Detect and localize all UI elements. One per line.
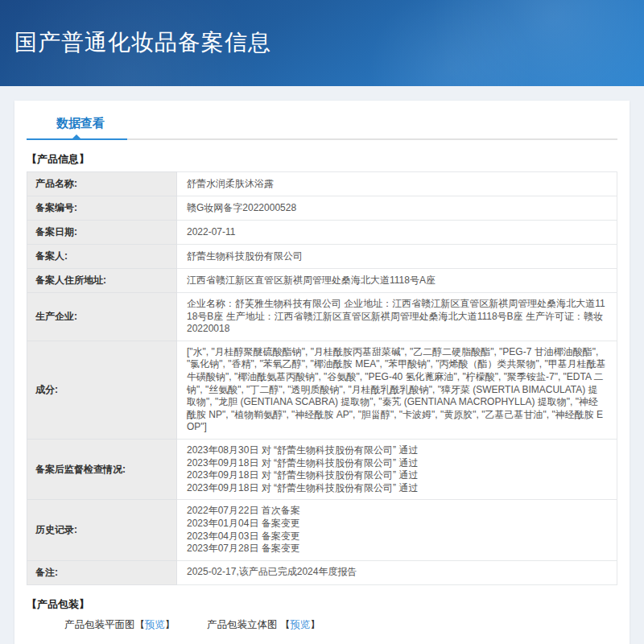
row-label: 产品名称:	[27, 172, 177, 196]
row-value: 舒蕾生物科技股份有限公司	[177, 245, 617, 269]
packaging-links-row: 产品包装平面图【预览】 产品包装立体图 【预览】	[64, 618, 617, 632]
tab-active-underline	[27, 138, 127, 140]
table-row: 备案人住所地址: 江西省赣江新区直管区新祺周管理处桑海北大道1118号A座	[27, 269, 617, 293]
table-row: 历史记录: 2022年07月22日 首次备案 2023年01月04日 备案变更 …	[27, 500, 617, 560]
row-label: 生产企业:	[27, 293, 177, 341]
row-label: 历史记录:	[27, 500, 177, 560]
row-value: 2022-07-11	[177, 221, 617, 245]
tab-bar: 数据查看	[14, 101, 630, 140]
product-info-table: 产品名称: 舒蕾水润柔肤沐浴露 备案编号: 赣G妆网备字2022000528 备…	[27, 171, 617, 585]
row-value: 2022年07月22日 首次备案 2023年01月04日 备案变更 2023年0…	[177, 500, 617, 560]
page: 国产普通化妆品备案信息 数据查看 【产品信息】 产品名称: 舒蕾水润柔肤沐浴露	[0, 0, 644, 644]
row-value: 2023年08月30日 对 “舒蕾生物科技股份有限公司” 通过 2023年09月…	[177, 439, 617, 499]
bracket-open: 【	[135, 619, 146, 630]
packaging-flat-label: 产品包装平面图	[64, 619, 135, 630]
row-value: 企业名称：舒芙雅生物科技有限公司 企业地址：江西省赣江新区直管区新祺周管理处桑海…	[177, 293, 617, 341]
packaging-stereo-label: 产品包装立体图	[207, 619, 278, 630]
table-row: 产品名称: 舒蕾水润柔肤沐浴露	[27, 172, 617, 196]
tab-underline	[27, 138, 617, 140]
table-row: 成分: ["水", "月桂醇聚醚硫酸酯钠", "月桂酰胺丙基甜菜碱", "乙二醇…	[27, 341, 617, 439]
packaging-stereo-item: 产品包装立体图 【预览】	[207, 619, 320, 630]
table-row: 备注: 2025-02-17,该产品已完成2024年度报告	[27, 560, 617, 584]
row-label: 成分:	[27, 341, 177, 439]
row-value: 2025-02-17,该产品已完成2024年度报告	[177, 560, 617, 584]
site-header: 国产普通化妆品备案信息	[0, 0, 644, 86]
row-label: 备注:	[27, 560, 177, 584]
table-row: 备案后监督检查情况: 2023年08月30日 对 “舒蕾生物科技股份有限公司” …	[27, 439, 617, 499]
packaging-flat-item: 产品包装平面图【预览】	[64, 619, 178, 630]
row-value: 赣G妆网备字2022000528	[177, 196, 617, 221]
row-value: 舒蕾水润柔肤沐浴露	[177, 172, 617, 196]
row-label: 备案后监督检查情况:	[27, 439, 177, 499]
row-value-ingredients: ["水", "月桂醇聚醚硫酸酯钠", "月桂酰胺丙基甜菜碱", "乙二醇二硬脂酸…	[177, 341, 617, 439]
row-label: 备案人:	[27, 245, 177, 269]
tab-data-view[interactable]: 数据查看	[56, 116, 105, 138]
table-row: 备案日期: 2022-07-11	[27, 221, 617, 245]
packaging-flat-preview-link[interactable]: 预览	[145, 619, 165, 630]
bracket-close: 】	[165, 619, 175, 630]
triangle-up-icon	[72, 134, 80, 138]
packaging-section-title: 【产品包装】	[27, 597, 617, 612]
product-info-section-title: 【产品信息】	[27, 152, 617, 167]
bracket-close: 】	[310, 619, 320, 630]
row-label: 备案编号:	[27, 196, 177, 221]
page-title: 国产普通化妆品备案信息	[0, 0, 644, 58]
main-content: 数据查看 【产品信息】 产品名称: 舒蕾水润柔肤沐浴露 备案编号: 赣G妆网备字…	[0, 86, 644, 644]
packaging-stereo-preview-link[interactable]: 预览	[290, 619, 310, 630]
table-row: 生产企业: 企业名称：舒芙雅生物科技有限公司 企业地址：江西省赣江新区直管区新祺…	[27, 293, 617, 341]
row-label: 备案日期:	[27, 221, 177, 245]
row-label: 备案人住所地址:	[27, 269, 177, 293]
table-row: 备案编号: 赣G妆网备字2022000528	[27, 196, 617, 221]
bracket-open: 【	[280, 619, 291, 630]
table-row: 备案人: 舒蕾生物科技股份有限公司	[27, 245, 617, 269]
row-value: 江西省赣江新区直管区新祺周管理处桑海北大道1118号A座	[177, 269, 617, 293]
record-card: 数据查看 【产品信息】 产品名称: 舒蕾水润柔肤沐浴露 备案编号: 赣G妆网备字…	[14, 101, 630, 644]
